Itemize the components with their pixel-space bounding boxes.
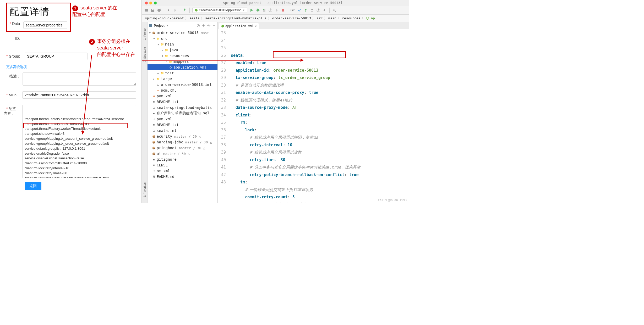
mod-icon: 📦 xyxy=(152,135,156,138)
svg-point-8 xyxy=(198,25,199,26)
minimize-icon[interactable] xyxy=(149,2,152,4)
dir-icon: 📁 xyxy=(156,37,160,40)
close-icon[interactable] xyxy=(145,2,148,4)
tree-node[interactable]: ⬡seata.iml xyxy=(148,128,217,133)
breadcrumb-item[interactable]: src xyxy=(315,16,324,20)
tree-node[interactable]: ▼📦order-service-50013mast xyxy=(148,30,217,36)
tree-node[interactable]: 📦ulmaster / 30 △ xyxy=(148,151,217,156)
breadcrumb-item[interactable]: ⬡ ap xyxy=(365,16,376,20)
tree-node[interactable]: mpom.xml xyxy=(148,93,217,99)
svg-point-0 xyxy=(195,9,198,12)
breadcrumb-item[interactable]: main xyxy=(327,16,337,20)
annotation-2: 2 事务分组必须在 seata server 的配置中心中存在 xyxy=(89,38,135,58)
breadcrumb-item[interactable]: resources xyxy=(341,16,361,20)
git-update-icon[interactable] xyxy=(297,8,302,12)
tree-node[interactable]: ►📁java xyxy=(148,47,217,53)
breadcrumb-item[interactable]: spring-cloud-parent xyxy=(144,16,185,20)
profile-icon[interactable] xyxy=(268,8,272,12)
back-icon[interactable] xyxy=(167,8,171,12)
highlight-tx-service-group xyxy=(273,51,346,58)
forward-icon[interactable] xyxy=(173,8,177,12)
dir-icon: 📁 xyxy=(164,48,168,52)
breadcrumb: spring-cloud-parent〉seata〉seata-springcl… xyxy=(142,15,409,22)
tree-node[interactable]: ＜pom.xml xyxy=(148,116,217,122)
content-textarea[interactable]: transport.threadFactory.clientWorkerThre… xyxy=(22,105,136,178)
save-icon[interactable] xyxy=(151,8,155,12)
maximize-icon[interactable] xyxy=(154,2,157,4)
git-revert-icon[interactable] xyxy=(323,8,327,12)
tree-node[interactable]: ≣README.txt xyxy=(148,99,217,105)
titlebar: spring-cloud-parent – application.yml [o… xyxy=(142,0,409,6)
search-icon[interactable] xyxy=(332,8,336,12)
breadcrumb-item[interactable]: seata xyxy=(188,16,201,20)
coverage-icon[interactable] xyxy=(262,8,266,12)
label-id: ID: xyxy=(6,35,25,41)
group-input[interactable] xyxy=(25,53,88,60)
yml-icon: ⬡ xyxy=(168,65,173,69)
tree-node[interactable]: ▼📁main xyxy=(148,41,217,47)
chevron-down-icon: ▼ xyxy=(243,9,245,12)
tree-node[interactable]: ►📁mappers xyxy=(148,59,217,64)
desc-textarea[interactable] xyxy=(23,72,136,86)
close-icon[interactable]: × xyxy=(255,24,256,28)
more-options-link[interactable]: 更多高级选项 xyxy=(6,65,136,69)
gear-icon[interactable] xyxy=(207,24,211,27)
m-icon: m xyxy=(156,88,160,92)
title-box: 配置详情 Data xyxy=(6,3,71,32)
xml-icon: ＜ xyxy=(152,169,156,173)
collapse-icon[interactable] xyxy=(212,24,216,27)
data-input[interactable] xyxy=(23,21,67,29)
refresh-icon[interactable] xyxy=(157,8,161,12)
label-md5: MD5: xyxy=(6,91,22,97)
tree-node[interactable]: ▼📁src xyxy=(148,36,217,41)
locate-icon[interactable] xyxy=(197,24,200,27)
tree-node[interactable]: mpom.xml xyxy=(148,87,217,93)
tree-node[interactable]: ►📁test xyxy=(148,70,217,76)
code-lines[interactable]: seata: enabled: true application-id: ord… xyxy=(228,29,409,203)
tree-node[interactable]: ≣账户库和订单库的建表语句.sql xyxy=(148,110,217,116)
tree-node[interactable]: 📦ecuritymaster / 30 △ xyxy=(148,133,217,139)
xml-icon: ＜ xyxy=(152,117,156,121)
label-data: Data xyxy=(10,20,23,26)
tree-node[interactable]: ≣CENSE xyxy=(148,162,217,168)
build-icon[interactable] xyxy=(183,8,187,12)
return-button[interactable]: 返回 xyxy=(25,182,41,190)
sidebar-tab-project[interactable]: 1: Project xyxy=(143,27,147,40)
chevron-down-icon[interactable]: ▼ xyxy=(166,24,168,27)
project-tree[interactable]: ▼📦order-service-50013mast▼📁src▼📁main►📁ja… xyxy=(148,29,217,203)
git-commit-icon[interactable] xyxy=(304,8,308,12)
run-config-selector[interactable]: OrderService50013Application ▼ xyxy=(192,8,247,13)
git-push-icon[interactable] xyxy=(310,8,314,12)
md5-input[interactable] xyxy=(22,91,136,99)
tree-node[interactable]: ≣README.txt xyxy=(148,122,217,128)
sidebar-tab-favorites[interactable]: 2: Favorites xyxy=(143,182,147,198)
run-icon[interactable] xyxy=(249,8,254,12)
tgt-icon: 📁 xyxy=(156,77,160,81)
tree-node[interactable]: ►📁target xyxy=(148,76,217,82)
tree-node[interactable]: 📦harding-jdbcmaster / 30 △ xyxy=(148,139,217,145)
tree-node[interactable]: MEADME.md xyxy=(148,174,217,180)
tree-node[interactable]: 📦pringbootmaster / 30 △ xyxy=(148,145,217,151)
stop-icon[interactable] xyxy=(281,8,285,12)
git-history-icon[interactable] xyxy=(316,8,320,12)
breadcrumb-item[interactable]: order-service-50013 xyxy=(271,16,312,20)
expand-icon[interactable] xyxy=(202,24,205,27)
attach-icon[interactable] xyxy=(275,8,279,12)
breadcrumb-item[interactable]: seata-springcloud-mybatis-plus xyxy=(204,16,268,20)
dir-icon: 📁 xyxy=(160,42,164,46)
svg-point-5 xyxy=(333,9,335,11)
debug-icon[interactable] xyxy=(256,8,260,12)
tree-node[interactable]: ⬡order-service-50013.iml xyxy=(148,82,217,87)
tree-node[interactable]: ≣gitignore xyxy=(148,156,217,162)
code-area[interactable]: 23 24 25 26 27 28 29 30 31 32 33 34 35 3… xyxy=(218,29,409,203)
project-header-title: Project xyxy=(154,24,165,27)
tree-node[interactable]: ⬡seata-springcloud-mybatis xyxy=(148,105,217,110)
sidebar-tab-structure[interactable]: 7: Structure xyxy=(143,47,147,63)
open-icon[interactable] xyxy=(144,8,149,12)
tool-window-bar: 1: Project 7: Structure 2: Favorites xyxy=(142,22,148,203)
tree-node[interactable]: ▼📁resources xyxy=(148,53,217,59)
file-tab-application-yml[interactable]: application.yml × xyxy=(219,23,259,29)
tree-node[interactable]: ⬡application.yml xyxy=(148,64,217,70)
tree-node[interactable]: ＜om.xml xyxy=(148,168,217,174)
iml-icon: ⬡ xyxy=(152,129,156,132)
